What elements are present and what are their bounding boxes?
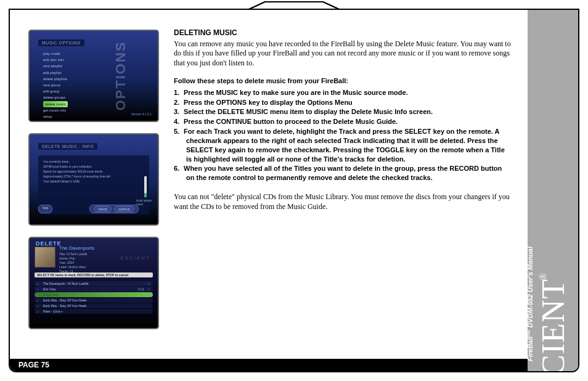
options-version: Version 4.1.0.1 bbox=[131, 112, 152, 116]
content-area: MUSIC OPTIONS OPTIONS play mode edit dis… bbox=[10, 10, 528, 371]
escient-mini-logo: ESCIENT bbox=[120, 255, 150, 261]
page-number: PAGE 75 bbox=[18, 361, 49, 369]
registered-icon: ® bbox=[539, 272, 548, 280]
track-row: ♪Poppy May bbox=[35, 292, 153, 297]
album-cover-icon bbox=[35, 247, 55, 268]
cancel-button: cancel bbox=[94, 206, 111, 212]
manual-subtitle: FireBall™ DVDM-552 User's Manual bbox=[528, 247, 534, 361]
track-row: ♪Early Way - Stay Off Your Heels bbox=[35, 298, 153, 303]
delete-info-header: DELETE MUSIC - INFO bbox=[38, 143, 97, 150]
intro-paragraph: You can remove any music you have record… bbox=[174, 39, 512, 68]
page-frame: MUSIC OPTIONS OPTIONS play mode edit dis… bbox=[9, 9, 579, 372]
capacity-bar-icon bbox=[144, 176, 147, 197]
track-row: ♪Flare - Circa + bbox=[35, 309, 153, 314]
continue-button: continue bbox=[114, 206, 134, 212]
track-row: ♪Eric Grey0:11✓ bbox=[35, 287, 153, 292]
help-button: help bbox=[38, 205, 52, 213]
delete-artist: The Davenports bbox=[59, 245, 94, 251]
step-item: 6. When you have selected all of the Tit… bbox=[174, 164, 512, 182]
delete-info-buttons: help cancel continue bbox=[38, 205, 139, 213]
screenshot-column: MUSIC OPTIONS OPTIONS play mode edit dis… bbox=[28, 27, 160, 351]
brand-sidebar: FireBall™ DVDM-552 User's Manual ESCIENT… bbox=[528, 10, 578, 371]
page-number-bar: PAGE 75 bbox=[10, 359, 528, 371]
delete-hint-bar: SELECT OK items to mark, RECORD to delet… bbox=[35, 272, 153, 277]
step-item: 5. For each Track you want to delete, hi… bbox=[174, 127, 512, 163]
track-row: ♪The Davenports - Hi Tech Lowlife✓ bbox=[35, 281, 153, 286]
delete-meta: Title: Hi Tech Lowlife Genre: Pop Year: … bbox=[59, 252, 94, 274]
steps-list: 1. Press the MUSIC key to make sure you … bbox=[174, 88, 512, 182]
screenshot-delete-info: DELETE MUSIC - INFO You currently have: … bbox=[28, 133, 159, 226]
delete-track-list: ♪The Davenports - Hi Tech Lowlife✓♪Eric … bbox=[35, 281, 153, 323]
text-column: DELETING MUSIC You can remove any music … bbox=[174, 27, 514, 351]
options-menu-list: play mode edit disc info new playlist ed… bbox=[43, 51, 68, 120]
step-item: 4. Press the CONTINUE button to proceed … bbox=[174, 117, 512, 126]
step-item: 3. Select the DELETE MUSIC menu item to … bbox=[174, 107, 512, 117]
outro-paragraph: You can not "delete" physical CDs from t… bbox=[174, 192, 512, 211]
options-header: MUSIC OPTIONS bbox=[38, 39, 84, 46]
options-vertical-label: OPTIONS bbox=[112, 41, 128, 110]
screenshot-music-options: MUSIC OPTIONS OPTIONS play mode edit dis… bbox=[28, 30, 159, 122]
escient-logo: ESCIENT® bbox=[535, 271, 571, 371]
screenshot-delete-guide: DELETE The Davenports Title: Hi Tech Low… bbox=[28, 237, 159, 329]
step-item: 2. Press the OPTIONS key to display the … bbox=[174, 98, 512, 107]
options-highlighted-item: delete music bbox=[43, 101, 68, 107]
step-item: 1. Press the MUSIC key to make sure you … bbox=[174, 88, 512, 97]
section-heading: DELETING MUSIC bbox=[174, 28, 512, 38]
steps-lead: Follow these steps to delete music from … bbox=[174, 76, 512, 85]
track-row: ♪Early Way - Stay Off Your Heels bbox=[35, 303, 153, 308]
